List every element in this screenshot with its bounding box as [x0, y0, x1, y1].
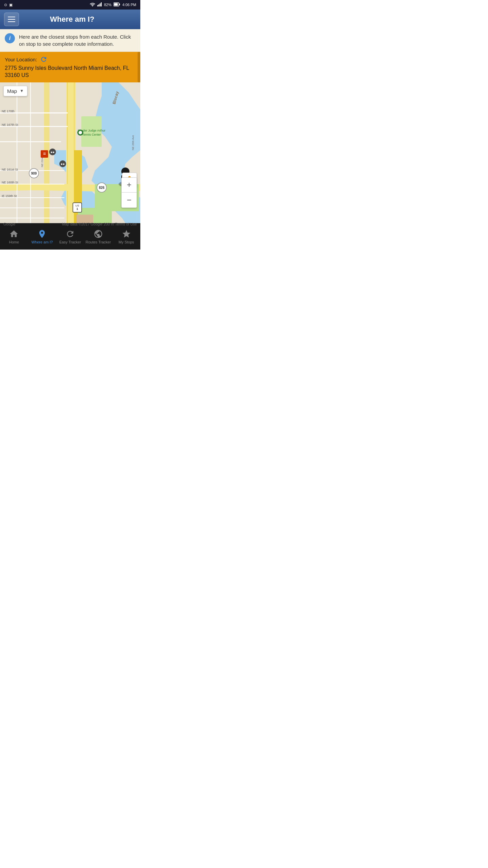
nav-item-easy-tracker[interactable]: Easy Tracker — [56, 223, 84, 250]
svg-text:US: US — [75, 204, 79, 207]
map-type-selector[interactable]: Map ▼ — [3, 86, 27, 96]
wifi-icon — [90, 2, 95, 7]
svg-point-45 — [79, 131, 82, 134]
nav-label-my-stops: My Stops — [119, 240, 134, 244]
info-banner: i Here are the closest stops from each R… — [0, 29, 140, 52]
map-type-label: Map — [7, 88, 17, 94]
svg-rect-6 — [119, 4, 120, 5]
map-attribution-google: Google — [3, 222, 15, 226]
svg-rect-10 — [67, 82, 68, 228]
time: 4:06 PM — [122, 3, 136, 7]
location-bar: Your Location: 2775 Sunny Isles Boulevar… — [0, 52, 140, 82]
refresh-location-button[interactable] — [40, 55, 48, 63]
zoom-out-button[interactable]: − — [122, 193, 137, 208]
svg-text:1: 1 — [76, 207, 78, 211]
star-icon — [122, 229, 131, 239]
signal-icon — [97, 2, 102, 7]
info-text: Here are the closest stops from each Rou… — [19, 33, 136, 47]
zoom-controls: + − — [121, 177, 137, 208]
svg-text:Tennis Center: Tennis Center — [82, 133, 101, 136]
nav-label-home: Home — [9, 240, 19, 244]
nav-label-where-am-i: Where am I? — [32, 240, 53, 244]
refresh-icon — [65, 229, 75, 239]
nav-item-where-am-i[interactable]: Where am I? — [28, 223, 56, 250]
svg-rect-4 — [101, 2, 102, 6]
location-address: 2775 Sunny Isles Boulevard North Miami B… — [5, 65, 136, 79]
svg-rect-1 — [97, 5, 98, 6]
svg-text:NE 170th: NE 170th — [2, 110, 15, 113]
nav-item-my-stops[interactable]: My Stops — [112, 223, 140, 250]
map-container[interactable]: Biscay NE 22nd Ave NE 26th Ave NE 170th … — [0, 82, 140, 228]
app-icon-1: ⊙ — [4, 3, 7, 7]
status-bar: ⊙ ▣ 82% 4:06 PM — [0, 0, 140, 9]
battery-percentage: 82% — [104, 3, 111, 7]
svg-text:NE 160th St: NE 160th St — [2, 181, 18, 184]
menu-button[interactable] — [4, 13, 19, 26]
location-label: Your Location: — [5, 55, 136, 63]
svg-rect-7 — [114, 3, 118, 6]
nav-label-easy-tracker: Easy Tracker — [59, 240, 81, 244]
svg-text:≡: ≡ — [43, 151, 46, 156]
svg-text:NE 26th Ave: NE 26th Ave — [131, 135, 135, 150]
svg-rect-3 — [100, 3, 101, 6]
location-pin-icon — [37, 229, 47, 239]
svg-text:NE 167th St: NE 167th St — [2, 123, 18, 126]
home-icon — [9, 229, 19, 239]
map-attribution-data: Map data ©2017 Google 200 m Terms of Use — [62, 222, 137, 226]
info-icon: i — [5, 33, 15, 43]
app-icon-2: ▣ — [9, 3, 13, 7]
svg-text:IE 159th St: IE 159th St — [2, 194, 17, 198]
scroll-indicator — [138, 52, 140, 82]
bottom-navigation: Home Where am I? Easy Tracker Routes Tra… — [0, 223, 140, 250]
battery-icon — [114, 2, 120, 7]
svg-text:NE 161st St: NE 161st St — [2, 168, 18, 171]
svg-text:●●: ●● — [61, 162, 65, 166]
zoom-in-button[interactable]: + — [122, 178, 137, 193]
svg-text:●●: ●● — [50, 150, 55, 154]
nav-item-home[interactable]: Home — [0, 223, 28, 250]
globe-icon — [94, 229, 103, 239]
svg-rect-2 — [99, 4, 100, 6]
svg-text:909: 909 — [31, 172, 37, 175]
page-title: Where am I? — [23, 15, 136, 24]
header: Where am I? — [0, 9, 140, 29]
svg-text:826: 826 — [99, 186, 105, 190]
chevron-down-icon: ▼ — [20, 88, 24, 93]
svg-point-0 — [92, 6, 93, 6]
nav-label-routes-tracker: Routes Tracker — [85, 240, 111, 244]
nav-item-routes-tracker[interactable]: Routes Tracker — [84, 223, 112, 250]
